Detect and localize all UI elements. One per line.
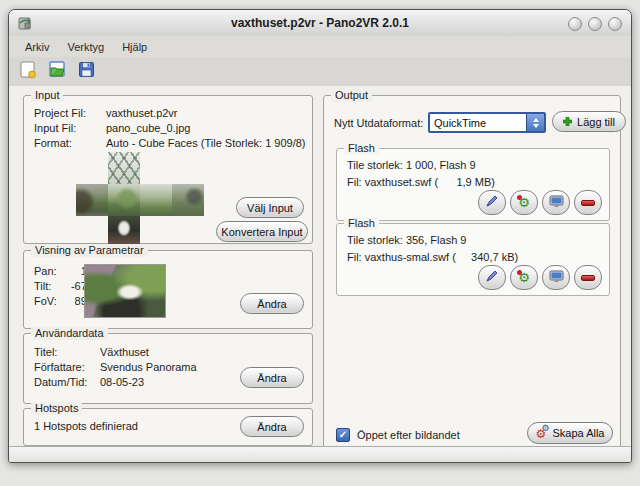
andra-view-button[interactable]: Ändra (240, 293, 304, 314)
menu-arkiv[interactable]: Arkiv (17, 39, 57, 55)
open-folder-icon (47, 60, 68, 84)
menu-hjalp[interactable]: Hjälp (114, 39, 155, 55)
cube-face-front (108, 184, 140, 216)
new-project-button[interactable] (16, 60, 40, 84)
window-button-1[interactable] (568, 17, 582, 31)
flash-2-tile-info: Tile storlek: 356, Flash 9 (347, 234, 466, 246)
flash-2-file-info: Fil: vaxthus-smal.swf ( 340,7 kB) (347, 251, 518, 263)
generate-output-button[interactable]: ⚙ (510, 190, 538, 215)
viewing-parameters-legend: Visning av Parametrar (31, 244, 148, 257)
format-select-row: Nytt Utdataformat: (334, 117, 423, 129)
window-button-2[interactable] (588, 17, 602, 31)
menu-verktyg[interactable]: Verktyg (59, 39, 112, 55)
datum-label: Datum/Tid: (34, 376, 100, 388)
flash-2-tile-row: Tile storlek: 356, Flash 9 (347, 234, 466, 246)
gear-generate-icon: ⚙ (518, 196, 530, 209)
format-row: Format: Auto - Cube Faces (Tile Storlek:… (34, 137, 306, 149)
flash-1-tile-row: Tile storlek: 1 000, Flash 9 (347, 159, 476, 171)
andra-userdata-label: Ändra (257, 372, 286, 384)
user-data-legend: Användardata (31, 327, 108, 340)
flash-1-tile-info: Tile storlek: 1 000, Flash 9 (347, 159, 476, 171)
gears-icon: ⚙ ⚙ (536, 426, 550, 440)
skapa-alla-label: Skapa Alla (553, 427, 605, 439)
input-file-label: Input Fil: (34, 122, 106, 134)
generate-output-button[interactable]: ⚙ (510, 265, 538, 290)
flash-output-1: Flash Tile storlek: 1 000, Flash 9 Fil: … (336, 148, 610, 221)
window-controls (568, 17, 622, 31)
viewing-parameters-group: Visning av Parametrar Pan: 1,0 Tilt: -67… (23, 250, 313, 329)
preview-output-button[interactable] (542, 190, 570, 215)
andra-hotspots-button[interactable]: Ändra (240, 416, 304, 437)
lagg-till-label: Lägg till (577, 116, 615, 128)
nytt-utdataformat-label: Nytt Utdataformat: (334, 117, 423, 129)
edit-parameters-button[interactable] (478, 190, 506, 215)
output-format-value: QuickTime (430, 117, 526, 129)
hotspots-legend: Hotspots (31, 402, 82, 415)
andra-userdata-button[interactable]: Ändra (240, 367, 304, 388)
flash-2-legend: Flash (344, 217, 379, 230)
new-document-icon (18, 60, 38, 84)
hotspots-status-row: 1 Hotspots definierad (34, 420, 138, 432)
konvertera-input-button[interactable]: Konvertera Input (216, 221, 308, 242)
title-bar[interactable]: vaxthuset.p2vr - Pano2VR 2.0.1 (9, 10, 631, 37)
titel-value: Växthuset (100, 346, 149, 358)
cube-face-top (108, 152, 140, 184)
status-bar (9, 446, 631, 462)
project-file-value: vaxthuset.p2vr (106, 107, 178, 119)
flash-2-actions: ⚙ (478, 265, 602, 290)
gear-generate-icon: ⚙ (518, 271, 530, 284)
monitor-icon (549, 269, 564, 287)
forfattare-label: Författare: (34, 361, 100, 373)
window-title: vaxthuset.p2vr - Pano2VR 2.0.1 (9, 16, 631, 30)
open-after-row: ✓ Öppet efter bildandet (336, 428, 460, 442)
cube-face-right (140, 184, 172, 216)
output-format-select[interactable]: QuickTime (428, 112, 546, 133)
andra-view-label: Ändra (257, 298, 286, 310)
cube-face-left (76, 184, 108, 216)
tilt-label: Tilt: (34, 280, 64, 292)
input-file-value: pano_cube_0.jpg (106, 122, 190, 134)
fov-label: FoV: (34, 295, 64, 307)
flash-1-file-info: Fil: vaxthuset.swf ( 1,9 MB) (347, 176, 495, 188)
datum-row: Datum/Tid: 08-05-23 (34, 376, 144, 388)
save-floppy-icon (77, 60, 96, 83)
valj-input-label: Välj Input (247, 202, 293, 214)
open-after-checkbox[interactable]: ✓ (336, 428, 350, 442)
app-window: vaxthuset.p2vr - Pano2VR 2.0.1 Arkiv Ver… (8, 9, 632, 463)
monitor-icon (549, 194, 564, 212)
open-after-label: Öppet efter bildandet (357, 429, 460, 441)
format-label: Format: (34, 137, 106, 149)
konvertera-input-label: Konvertera Input (221, 226, 302, 238)
output-group-legend: Output (331, 89, 372, 102)
flash-2-file-row: Fil: vaxthus-smal.swf ( 340,7 kB) (347, 251, 518, 263)
stepper-arrows-icon[interactable] (526, 114, 544, 131)
input-group: Input Project Fil: vaxthuset.p2vr Input … (23, 95, 313, 244)
valj-input-button[interactable]: Välj Input (236, 197, 304, 218)
edit-parameters-button[interactable] (478, 265, 506, 290)
flash-1-file-row: Fil: vaxthuset.swf ( 1,9 MB) (347, 176, 495, 188)
user-data-group: Användardata Titel: Växthuset Författare… (23, 333, 313, 404)
hotspots-status: 1 Hotspots definierad (34, 420, 138, 432)
preview-output-button[interactable] (542, 265, 570, 290)
project-file-label: Project Fil: (34, 107, 106, 119)
view-preview-thumbnail (84, 264, 166, 318)
skapa-alla-button[interactable]: ⚙ ⚙ Skapa Alla (527, 422, 613, 444)
remove-output-button[interactable] (574, 265, 602, 290)
datum-value: 08-05-23 (100, 376, 144, 388)
lagg-till-button[interactable]: Lägg till (552, 111, 626, 132)
flash-1-actions: ⚙ (478, 190, 602, 215)
forfattare-row: Författare: Svendus Panorama (34, 361, 197, 373)
cube-face-back (172, 184, 204, 216)
cube-faces-preview (76, 152, 204, 248)
remove-output-button[interactable] (574, 190, 602, 215)
format-value: Auto - Cube Faces (Tile Storlek: 1 909/8… (106, 137, 306, 149)
save-project-button[interactable] (74, 60, 98, 84)
project-file-row: Project Fil: vaxthuset.p2vr (34, 107, 178, 119)
edit-pen-icon (485, 194, 499, 212)
window-button-3[interactable] (608, 17, 622, 31)
menu-bar: Arkiv Verktyg Hjälp (9, 36, 631, 58)
edit-pen-icon (485, 269, 499, 287)
open-project-button[interactable] (45, 60, 69, 84)
output-group: Output Nytt Utdataformat: QuickTime Lägg… (323, 95, 621, 453)
input-file-row: Input Fil: pano_cube_0.jpg (34, 122, 190, 134)
